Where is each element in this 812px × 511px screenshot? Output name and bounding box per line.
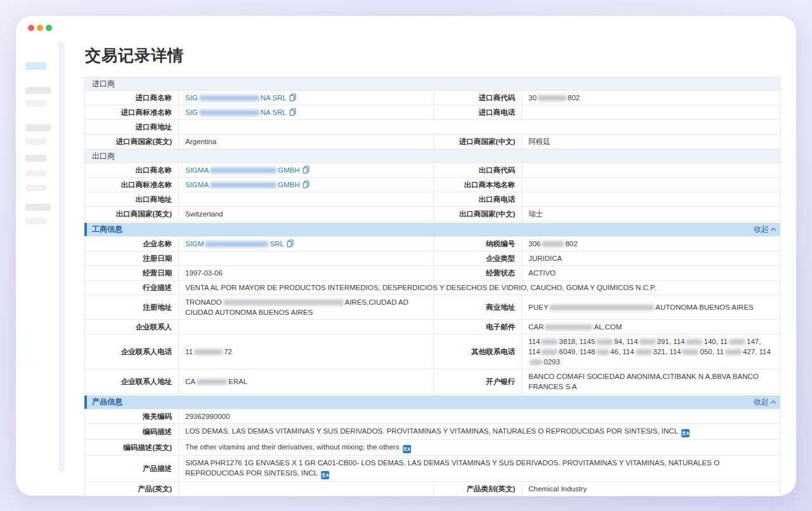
table-row: 企业联系人地址CAERAL开户银行BANCO COMAFI SOCIEDAD A… [85,369,781,394]
redacted-text [541,339,558,345]
field-value: The other vitamins and their derivatives… [179,440,781,456]
table-row: 进口商国家(英文)Argentina进口商国家(中文)阿根廷 [85,135,781,149]
field-label: 注册地址 [85,295,179,320]
section-title: 出口商 [92,150,115,163]
app-window: 交易记录详情 进口商进口商名称SIGNA SRL进口商代码30802进口商标准名… [16,16,796,496]
traffic-light-zoom[interactable] [46,25,52,31]
field-label: 电子邮件 [434,320,522,335]
section-header: 进口商 [84,77,780,90]
window-controls [28,25,52,31]
section-title: 产品信息 [92,395,122,409]
company-link[interactable]: SIGMAGMBH [185,166,310,174]
field-label: 进口商地址 [85,120,179,135]
field-label: 经营状态 [434,266,522,281]
redacted-text [199,110,259,116]
copy-icon[interactable] [289,108,296,116]
table-row: 海关编码29362990000 [85,409,781,424]
company-link[interactable]: SIGNA SRL [185,94,296,102]
redacted-text [199,95,259,101]
company-link[interactable]: SIGMAGMBH [185,181,310,189]
table-row: 企业联系人电子邮件CARAL.COM [85,320,781,335]
redacted-text [686,339,702,345]
field-label: 出口商国家(英文) [85,207,179,222]
section-table: 企业名称SIGMSRL纳税编号306802注册日期企业类型JURIDICA经营日… [84,236,781,394]
chevron-up-icon [771,401,776,406]
sidebar-skeleton-bar [25,185,46,191]
field-value: SIGMSRL [179,237,434,251]
chevron-up-icon [771,228,776,233]
field-label: 经营日期 [85,266,179,281]
section-table: 出口商名称SIGMAGMBH出口商代码出口商标准名称SIGMAGMBH出口商本地… [84,163,781,222]
field-value [522,105,781,120]
field-label: 编码描述 [85,424,179,440]
field-label: 出口商地址 [85,192,179,207]
field-label: 进口商国家(英文) [85,135,179,149]
redacted-text [596,349,609,355]
table-row: 企业名称SIGMSRL纳税编号306802 [85,237,781,251]
table-row: 进口商名称SIGNA SRL进口商代码30802 [85,91,781,105]
field-label: 产品(英文) [85,482,179,496]
collapse-label: 收起 [754,223,769,236]
redacted-text [636,349,652,355]
field-label: 出口商代码 [434,163,522,178]
field-label: 注册日期 [85,251,179,266]
company-link[interactable]: SIGNA SRL [185,109,296,116]
sidebar-skeleton-bar [25,170,46,176]
redacted-text [194,349,223,355]
traffic-light-minimize[interactable] [37,25,43,31]
field-value: 306802 [522,237,781,251]
collapse-button[interactable]: 收起 [754,223,775,236]
field-label: 行业描述 [85,281,179,295]
section: 进口商进口商名称SIGNA SRL进口商代码30802进口商标准名称SIGNA … [84,77,780,149]
field-value: Argentina [179,135,434,149]
copy-icon[interactable] [289,93,296,102]
field-label: 企业类型 [434,251,522,266]
page-background: { "page": { "title": "交易记录详情" }, "window… [0,0,812,511]
translate-icon[interactable]: 文A [681,429,690,437]
traffic-light-close[interactable] [28,25,34,31]
field-value [522,163,781,178]
redacted-text [197,379,227,385]
field-label: 产品描述 [85,456,179,482]
field-value: 29362990000 [179,409,781,424]
field-value: Chemical Industry [522,482,781,496]
field-value: SIGMAGMBH [179,163,434,178]
field-value: VENTA AL POR MAYOR DE PRODUCTOS INTERMED… [179,281,781,295]
redacted-text [530,359,542,365]
field-value: PUEYAUTONOMA BUENOS AIRES [522,295,781,320]
sidebar-skeleton-bar [25,87,51,94]
page-title: 交易记录详情 [85,45,780,66]
field-label: 编码描述(英文) [85,440,179,456]
section-header: 工商信息收起 [84,223,780,236]
field-value: 1143818, 114594, 114391, 114140, 11147, … [522,335,781,369]
field-label: 进口商代码 [434,91,522,105]
sidebar-divider [58,41,65,473]
collapse-button[interactable]: 收起 [754,395,775,409]
redacted-text [541,349,558,355]
sidebar-skeleton-bar [25,218,46,224]
redacted-text [538,95,566,101]
table-row: 出口商国家(英文)Switzerland出口商国家(中文)瑞士 [85,207,781,222]
field-label: 进口商标准名称 [85,105,179,120]
table-row: 产品(英文)产品类别(英文)Chemical Industry [85,482,781,496]
field-value [179,192,434,207]
field-value: CAERAL [179,369,434,394]
section-table: 海关编码29362990000编码描述LOS DEMAS. LAS DEMAS … [84,409,781,496]
sidebar-skeleton-bar [25,155,46,162]
sidebar-skeleton-bar-active [25,62,46,70]
table-row: 经营日期1997-03-06经营状态ACTIVO [85,266,781,281]
translate-icon[interactable]: 文A [403,445,411,453]
section-title: 进口商 [92,77,115,91]
field-label: 企业联系人 [85,320,179,335]
translate-icon[interactable]: 文A [321,471,329,479]
section-header: 出口商 [84,149,780,163]
field-label: 出口商本地名称 [434,178,522,192]
field-value: 1997-03-06 [179,266,434,281]
field-value: SIGMAGMBH [179,178,434,192]
copy-icon[interactable] [303,166,310,174]
copy-icon[interactable] [287,239,294,248]
sidebar-skeleton-bar [25,100,46,107]
redacted-text [729,339,745,345]
company-link[interactable]: SIGMSRL [185,240,294,248]
copy-icon[interactable] [303,180,310,189]
